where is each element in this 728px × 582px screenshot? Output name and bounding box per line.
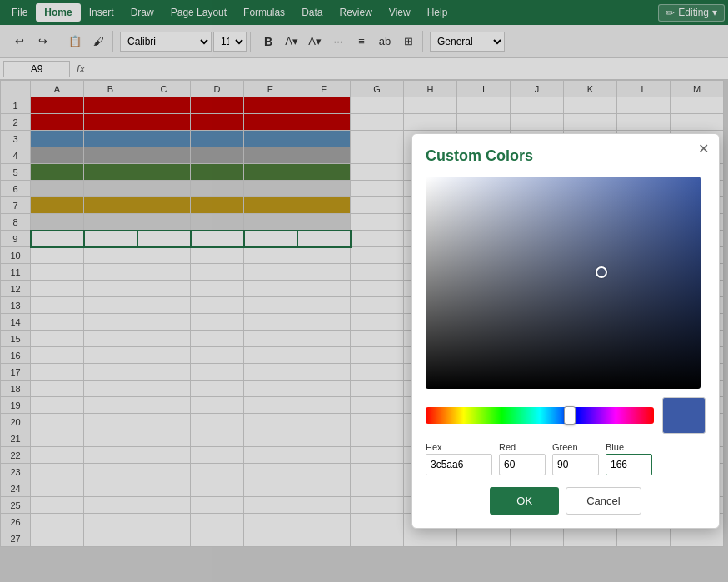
dialog-title: Custom Colors [426, 147, 706, 165]
custom-colors-dialog: Custom Colors ✕ Hex Red [411, 133, 720, 529]
hex-input[interactable] [426, 454, 492, 475]
green-label: Green [552, 442, 599, 452]
color-inputs-row: Hex Red Green Blue [426, 442, 706, 475]
cancel-button[interactable]: Cancel [566, 487, 641, 515]
green-input[interactable] [552, 454, 599, 475]
ok-button[interactable]: OK [490, 487, 559, 515]
dialog-close-button[interactable]: ✕ [698, 142, 709, 156]
red-input[interactable] [499, 454, 546, 475]
color-cursor [596, 266, 607, 278]
blue-label: Blue [606, 442, 652, 452]
blue-input-group: Blue [606, 442, 652, 475]
color-picker-canvas[interactable] [426, 177, 701, 389]
hue-slider-row [426, 397, 706, 434]
hex-label: Hex [426, 442, 492, 452]
rainbow-slider-container[interactable] [426, 407, 654, 424]
red-label: Red [499, 442, 546, 452]
rainbow-slider [426, 407, 654, 424]
dialog-buttons: OK Cancel [426, 487, 706, 515]
hex-input-group: Hex [426, 442, 492, 475]
green-input-group: Green [552, 442, 599, 475]
color-preview-box [662, 397, 706, 434]
blue-input[interactable] [606, 454, 652, 475]
red-input-group: Red [499, 442, 546, 475]
hue-slider-thumb[interactable] [564, 406, 576, 425]
dialog-overlay: Custom Colors ✕ Hex Red [0, 0, 728, 547]
